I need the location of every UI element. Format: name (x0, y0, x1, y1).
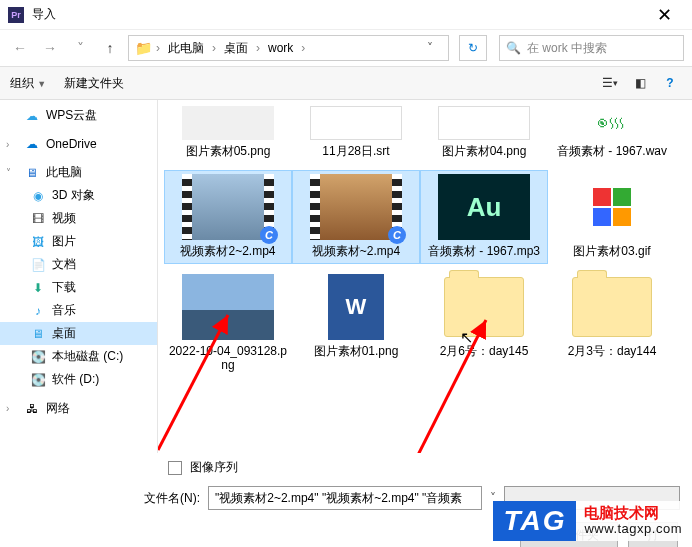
help-button[interactable]: ? (658, 71, 682, 95)
c-badge-icon: C (260, 226, 278, 244)
watermark: TAG 电脑技术网 www.tagxp.com (493, 501, 690, 541)
file-grid: 图片素材05.png 11月28日.srt 图片素材04.png ◉᯾音频素材 … (158, 100, 692, 453)
recent-dropdown[interactable]: ˅ (68, 36, 92, 60)
window-title: 导入 (32, 6, 644, 23)
cloud-icon: ☁ (24, 108, 40, 124)
up-button[interactable]: ↑ (98, 36, 122, 60)
breadcrumb-seg[interactable]: 桌面 (220, 38, 252, 59)
file-item[interactable]: 图片素材04.png (420, 102, 548, 164)
image-sequence-checkbox[interactable] (168, 461, 182, 475)
file-item[interactable]: 图片素材03.gif (548, 170, 676, 264)
title-bar: Pr 导入 ✕ (0, 0, 692, 30)
view-mode-button[interactable]: ☰ ▾ (598, 71, 622, 95)
folder-icon (444, 277, 524, 337)
sidebar-item-videos[interactable]: 🎞视频 (0, 207, 157, 230)
search-placeholder: 在 work 中搜索 (527, 40, 607, 57)
sidebar-item-downloads[interactable]: ⬇下载 (0, 276, 157, 299)
new-folder-button[interactable]: 新建文件夹 (64, 75, 124, 92)
file-item[interactable]: 11月28日.srt (292, 102, 420, 164)
computer-icon: 🖥 (24, 165, 40, 181)
filename-input[interactable] (208, 486, 482, 510)
file-item[interactable]: C 视频素材~2.mp4 (292, 170, 420, 264)
sidebar-item-thispc[interactable]: ˅🖥此电脑 (0, 161, 157, 184)
search-icon: 🔍 (506, 41, 521, 55)
film-icon: 🎞 (30, 211, 46, 227)
cube-icon: ◉ (30, 188, 46, 204)
drive-icon: 💽 (30, 372, 46, 388)
breadcrumb-bar[interactable]: 📁 › 此电脑 › 桌面 › work › ˅ (128, 35, 449, 61)
watermark-tag: TAG (493, 501, 576, 541)
file-item[interactable]: 2022-10-04_093128.png (164, 270, 292, 378)
chevron-down-icon: ▼ (37, 79, 46, 89)
chevron-right-icon: › (299, 41, 307, 55)
nav-row: ← → ˅ ↑ 📁 › 此电脑 › 桌面 › work › ˅ ↻ 🔍 在 wo… (0, 30, 692, 66)
file-item[interactable]: 2月6号：day145 (420, 270, 548, 378)
word-icon: W (328, 274, 384, 340)
download-icon: ⬇ (30, 280, 46, 296)
forward-button[interactable]: → (38, 36, 62, 60)
refresh-button[interactable]: ↻ (459, 35, 487, 61)
body: ☁WPS云盘 ›☁OneDrive ˅🖥此电脑 ◉3D 对象 🎞视频 🖼图片 📄… (0, 100, 692, 453)
sidebar: ☁WPS云盘 ›☁OneDrive ˅🖥此电脑 ◉3D 对象 🎞视频 🖼图片 📄… (0, 100, 158, 453)
path-dropdown-icon[interactable]: ˅ (418, 36, 442, 60)
file-item[interactable]: 图片素材05.png (164, 102, 292, 164)
rss-icon: ◉᯾ (597, 112, 627, 135)
watermark-url: www.tagxp.com (584, 521, 682, 537)
sidebar-item-music[interactable]: ♪音乐 (0, 299, 157, 322)
close-button[interactable]: ✕ (644, 0, 684, 30)
image-sequence-row: 图像序列 (0, 453, 692, 482)
sidebar-item-wps[interactable]: ☁WPS云盘 (0, 104, 157, 127)
file-item[interactable]: W 图片素材01.png (292, 270, 420, 378)
sidebar-item-disk-d[interactable]: 💽软件 (D:) (0, 368, 157, 391)
music-icon: ♪ (30, 303, 46, 319)
organize-menu[interactable]: 组织 ▼ (10, 75, 46, 92)
app-icon: Pr (8, 7, 24, 23)
toolbar: 组织 ▼ 新建文件夹 ☰ ▾ ◧ ? (0, 66, 692, 100)
back-button[interactable]: ← (8, 36, 32, 60)
audition-icon: Au (438, 174, 530, 240)
chevron-right-icon: › (154, 41, 162, 55)
folder-icon (572, 277, 652, 337)
sidebar-item-desktop[interactable]: 🖥桌面 (0, 322, 157, 345)
onedrive-icon: ☁ (24, 136, 40, 152)
document-icon: 📄 (30, 257, 46, 273)
desktop-icon: 🖥 (30, 326, 46, 342)
sidebar-item-disk-c[interactable]: 💽本地磁盘 (C:) (0, 345, 157, 368)
breadcrumb-seg[interactable]: work (264, 39, 297, 57)
search-input[interactable]: 🔍 在 work 中搜索 (499, 35, 684, 61)
preview-pane-button[interactable]: ◧ (628, 71, 652, 95)
chevron-right-icon: › (210, 41, 218, 55)
file-item[interactable]: ◉᯾音频素材 - 1967.wav (548, 102, 676, 164)
sidebar-item-3d[interactable]: ◉3D 对象 (0, 184, 157, 207)
sidebar-item-documents[interactable]: 📄文档 (0, 253, 157, 276)
sidebar-item-onedrive[interactable]: ›☁OneDrive (0, 133, 157, 155)
breadcrumb-seg[interactable]: 此电脑 (164, 38, 208, 59)
file-item[interactable]: Au 音频素材 - 1967.mp3 (420, 170, 548, 264)
c-badge-icon: C (388, 226, 406, 244)
picture-icon: 🖼 (30, 234, 46, 250)
file-item[interactable]: C 视频素材2~2.mp4 (164, 170, 292, 264)
sidebar-item-network[interactable]: ›🖧网络 (0, 397, 157, 420)
watermark-cn: 电脑技术网 (584, 505, 682, 521)
network-icon: 🖧 (24, 401, 40, 417)
file-item[interactable]: 2月3号：day144 (548, 270, 676, 378)
chevron-right-icon: › (254, 41, 262, 55)
office-icon (593, 188, 631, 226)
filename-label: 文件名(N): (0, 490, 200, 507)
image-sequence-label: 图像序列 (190, 459, 238, 476)
drive-icon: 💽 (30, 349, 46, 365)
sidebar-item-pictures[interactable]: 🖼图片 (0, 230, 157, 253)
folder-icon: 📁 (135, 40, 152, 56)
